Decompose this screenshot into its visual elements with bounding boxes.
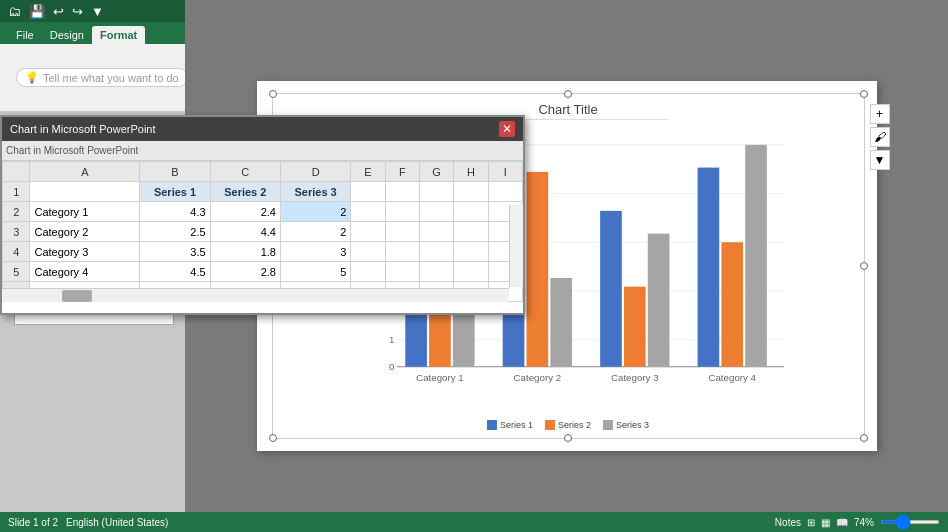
legend-series2: Series 2 [545,420,591,430]
ss-horizontal-scrollbar[interactable] [2,288,509,302]
cell-5c[interactable]: 2.8 [210,262,280,282]
cell-1c[interactable]: Series 2 [210,182,280,202]
customize-icon[interactable]: ▼ [89,4,106,19]
status-left: Slide 1 of 2 English (United States) [8,517,168,528]
spreadsheet-close-button[interactable]: ✕ [499,121,515,137]
ss-vertical-scrollbar[interactable] [509,205,523,287]
cell-3e[interactable] [351,222,385,242]
resize-handle-br[interactable] [860,434,868,442]
table-row: 5 Category 4 4.5 2.8 5 [3,262,523,282]
chart-toolbar: + 🖌 ▼ [870,104,890,170]
file-icon[interactable]: 🗂 [6,4,23,19]
row-num-3: 3 [3,222,30,242]
chart-styles-button[interactable]: 🖌 [870,127,890,147]
cell-3b[interactable]: 2.5 [140,222,210,242]
ss-ribbon-label: Chart in Microsoft PowerPoint [6,145,138,156]
view-reading-icon[interactable]: 📖 [836,517,848,528]
cell-2h[interactable] [454,202,488,222]
view-normal-icon[interactable]: ⊞ [807,517,815,528]
cell-2b[interactable]: 4.3 [140,202,210,222]
svg-rect-49 [721,242,743,367]
cell-5b[interactable]: 4.5 [140,262,210,282]
ss-grid-area: A B C D E F G H I 1 [2,161,523,302]
notes-button[interactable]: Notes [775,517,801,528]
cell-1a[interactable] [30,182,140,202]
cell-1h[interactable] [454,182,488,202]
cell-5d[interactable]: 5 [280,262,350,282]
cell-1d[interactable]: Series 3 [280,182,350,202]
cell-5g[interactable] [419,262,453,282]
status-bar: Slide 1 of 2 English (United States) Not… [0,512,948,532]
svg-rect-57 [603,420,613,430]
cell-4g[interactable] [419,242,453,262]
tab-file[interactable]: File [8,26,42,44]
cell-4h[interactable] [454,242,488,262]
cell-2a[interactable]: Category 1 [30,202,140,222]
powerpoint-window: 🗂 💾 ↩ ↪ ▼ 31 - hoan thanh - PowerPoint C… [0,0,948,532]
svg-text:1: 1 [389,334,394,345]
cell-2f[interactable] [385,202,419,222]
cell-4f[interactable] [385,242,419,262]
cell-4b[interactable]: 3.5 [140,242,210,262]
svg-text:Category 4: Category 4 [708,372,756,383]
col-header-c: C [210,162,280,182]
tab-design[interactable]: Design [42,26,92,44]
resize-handle-mr[interactable] [860,262,868,270]
tab-format[interactable]: Format [92,26,145,44]
tell-me-text: Tell me what you want to do [43,72,179,84]
undo-icon[interactable]: ↩ [51,4,66,19]
zoom-level: 74% [854,517,874,528]
legend-series1-label: Series 1 [500,420,533,430]
resize-handle-tl[interactable] [269,90,277,98]
svg-rect-50 [745,145,767,367]
zoom-slider[interactable] [880,520,940,524]
chart-filters-button[interactable]: ▼ [870,150,890,170]
resize-handle-bc[interactable] [564,434,572,442]
save-icon[interactable]: 💾 [27,4,47,19]
table-row: 4 Category 3 3.5 1.8 3 [3,242,523,262]
cell-3f[interactable] [385,222,419,242]
cell-1g[interactable] [419,182,453,202]
cell-3d[interactable]: 2 [280,222,350,242]
column-header-row: A B C D E F G H I [3,162,523,182]
cell-5a[interactable]: Category 4 [30,262,140,282]
spreadsheet-window: Chart in Microsoft PowerPoint ✕ Chart in… [0,115,525,315]
cell-2g[interactable] [419,202,453,222]
resize-handle-tr[interactable] [860,90,868,98]
cell-4c[interactable]: 1.8 [210,242,280,262]
view-slide-icon[interactable]: ▦ [821,517,830,528]
cell-3h[interactable] [454,222,488,242]
lightbulb-icon: 💡 [25,71,39,84]
cell-3a[interactable]: Category 2 [30,222,140,242]
resize-handle-tc[interactable] [564,90,572,98]
cell-4a[interactable]: Category 3 [30,242,140,262]
table-row: 1 Series 1 Series 2 Series 3 [3,182,523,202]
cell-1f[interactable] [385,182,419,202]
cell-3c[interactable]: 4.4 [210,222,280,242]
cell-2e[interactable] [351,202,385,222]
cell-5f[interactable] [385,262,419,282]
cell-5h[interactable] [454,262,488,282]
status-right: Notes ⊞ ▦ 📖 74% [775,517,940,528]
resize-handle-bl[interactable] [269,434,277,442]
col-header-h: H [454,162,488,182]
cell-2c[interactable]: 2.4 [210,202,280,222]
cell-2d[interactable]: 2 [280,202,350,222]
spreadsheet-ribbon: Chart in Microsoft PowerPoint [2,141,523,161]
cell-3g[interactable] [419,222,453,242]
ss-scroll-thumb[interactable] [62,290,92,302]
legend-series3-icon [603,420,613,430]
tell-me-input[interactable]: 💡 Tell me what you want to do [16,68,188,87]
cell-4e[interactable] [351,242,385,262]
svg-rect-55 [487,420,497,430]
cell-1e[interactable] [351,182,385,202]
col-header-blank [3,162,30,182]
row-num-4: 4 [3,242,30,262]
svg-text:Category 2: Category 2 [513,372,561,383]
cell-4d[interactable]: 3 [280,242,350,262]
cell-1i[interactable] [488,182,522,202]
cell-5e[interactable] [351,262,385,282]
add-element-button[interactable]: + [870,104,890,124]
redo-icon[interactable]: ↪ [70,4,85,19]
cell-1b[interactable]: Series 1 [140,182,210,202]
